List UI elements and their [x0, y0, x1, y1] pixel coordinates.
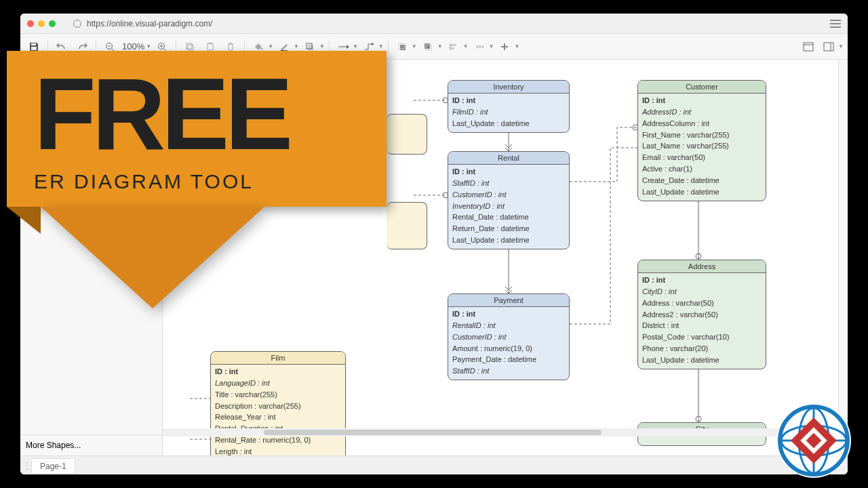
- entity-customer[interactable]: Customer ID : intAddressID : intAddressC…: [637, 80, 766, 201]
- entity-attribute: ID : int: [452, 308, 565, 320]
- svg-rect-16: [400, 45, 406, 50]
- entity-body-customer: ID : intAddressID : intAddressColumn : i…: [638, 94, 766, 201]
- svg-rect-8: [188, 45, 193, 50]
- entity-attribute: Rental_Date : datetime: [452, 211, 565, 223]
- add-button[interactable]: [495, 37, 514, 56]
- to-back-button[interactable]: [418, 37, 437, 56]
- entity-attribute: StaffID : int: [452, 178, 565, 189]
- entity-attribute: Phone : varchar(20): [642, 343, 762, 354]
- entity-body-film: ID : intLanguageID : intTitle : varchar(…: [211, 365, 345, 455]
- to-front-button[interactable]: [393, 37, 412, 56]
- close-window-button[interactable]: [27, 20, 34, 27]
- entity-title: Customer: [638, 81, 766, 94]
- svg-rect-13: [308, 45, 313, 50]
- entity-hidden-1[interactable]: [387, 114, 427, 155]
- svg-rect-18: [425, 43, 430, 49]
- address-bar[interactable]: https://online.visual-paradigm.com/: [73, 19, 826, 28]
- maximize-window-button[interactable]: [49, 20, 56, 27]
- entity-attribute: Create_Date : datetime: [642, 175, 762, 186]
- banner-fold: [7, 207, 41, 234]
- entity-title: Address: [638, 260, 766, 273]
- format-panel-button[interactable]: [799, 37, 818, 56]
- entity-title: Film: [211, 352, 345, 365]
- svg-rect-23: [476, 45, 478, 48]
- entity-attribute: ID : int: [452, 95, 565, 106]
- entity-attribute: RentalID : int: [452, 320, 565, 331]
- entity-attribute: ID : int: [642, 274, 762, 286]
- zoom-level[interactable]: 100%: [121, 41, 146, 52]
- entity-attribute: CustomerID : int: [452, 331, 565, 343]
- entity-attribute: CustomerID : int: [452, 189, 565, 201]
- align-button[interactable]: [444, 37, 463, 56]
- right-rail: [838, 60, 848, 455]
- outline-panel-button[interactable]: [819, 37, 838, 56]
- entity-attribute: Postal_Code : varchar(10): [642, 331, 762, 343]
- entity-body-payment: ID : intRentalID : intCustomerID : intAm…: [448, 307, 569, 380]
- entity-attribute: AddressID : int: [642, 106, 762, 118]
- entity-attribute: Payment_Date : datetime: [452, 354, 565, 365]
- horizontal-scrollbar[interactable]: [163, 428, 838, 436]
- entity-title: Rental: [448, 152, 569, 165]
- entity-attribute: Release_Year : int: [215, 411, 341, 423]
- entity-inventory[interactable]: Inventory ID : intFilmID : intLast_Updat…: [448, 80, 570, 133]
- entity-attribute: Address2 : varchar(50): [642, 309, 762, 321]
- tab-page-1[interactable]: Page-1: [31, 458, 75, 474]
- svg-line-4: [164, 48, 167, 51]
- svg-rect-7: [186, 43, 192, 49]
- entity-attribute: Active : char(1): [642, 163, 762, 175]
- tab-handle-icon[interactable]: ⋮: [23, 461, 28, 470]
- entity-attribute: District : int: [642, 320, 762, 331]
- entity-title: Inventory: [448, 81, 569, 94]
- entity-attribute: CityID : int: [642, 286, 762, 298]
- entity-attribute: Last_Update : datetime: [642, 186, 762, 198]
- page-tabs: ⋮ Page-1: [20, 455, 848, 474]
- entity-address[interactable]: Address ID : intCityID : intAddress : va…: [637, 260, 766, 369]
- entity-attribute: ID : int: [452, 166, 565, 178]
- svg-rect-24: [479, 45, 481, 48]
- svg-point-11: [261, 47, 263, 49]
- banner-title: FREE: [34, 71, 359, 158]
- entity-attribute: InventoryID : int: [452, 201, 565, 212]
- banner-subtitle: ER DIAGRAM TOOL: [34, 170, 359, 193]
- svg-rect-25: [481, 45, 484, 48]
- svg-rect-10: [209, 43, 212, 44]
- entity-attribute: Return_Date : datetime: [452, 223, 565, 235]
- entity-rental[interactable]: Rental ID : intStaffID : intCustomerID :…: [448, 151, 570, 249]
- entity-attribute: Last_Update : datetime: [642, 354, 762, 366]
- entity-attribute: Length : int: [215, 446, 341, 455]
- entity-body-rental: ID : intStaffID : intCustomerID : intInv…: [448, 165, 569, 249]
- entity-attribute: Email : varchar(50): [642, 152, 762, 163]
- minimize-window-button[interactable]: [38, 20, 45, 27]
- entity-payment[interactable]: Payment ID : intRentalID : intCustomerID…: [448, 293, 570, 380]
- entity-title: Payment: [448, 294, 569, 307]
- globe-icon: [73, 20, 81, 28]
- visual-paradigm-logo-icon: [773, 400, 854, 481]
- entity-body-inventory: ID : intFilmID : intLast_Update : dateti…: [448, 94, 569, 132]
- entity-attribute: LanguageID : int: [215, 378, 341, 389]
- banner-tail: [41, 207, 264, 308]
- url-text: https://online.visual-paradigm.com/: [87, 19, 212, 28]
- entity-attribute: Last_Update : datetime: [452, 235, 565, 246]
- promo-banner: FREE ER DIAGRAM TOOL: [7, 51, 387, 207]
- entity-attribute: ID : int: [215, 366, 341, 378]
- svg-point-38: [696, 253, 701, 259]
- entity-attribute: ID : int: [642, 95, 762, 106]
- scrollbar-thumb[interactable]: [264, 430, 601, 435]
- zoom-dropdown-icon[interactable]: ▼: [146, 43, 151, 49]
- more-shapes-button[interactable]: More Shapes...: [20, 434, 162, 455]
- entity-attribute: Amount : numeric(19, 0): [452, 343, 565, 354]
- hamburger-menu-icon[interactable]: [830, 20, 841, 28]
- distribute-button[interactable]: [470, 37, 489, 56]
- entity-film[interactable]: Film ID : intLanguageID : intTitle : var…: [210, 351, 346, 455]
- entity-hidden-2[interactable]: [387, 202, 427, 249]
- svg-rect-28: [804, 43, 813, 51]
- svg-rect-9: [208, 43, 213, 50]
- svg-line-1: [112, 48, 115, 51]
- svg-point-41: [696, 416, 701, 422]
- entity-attribute: Address : varchar(50): [642, 298, 762, 309]
- entity-attribute: First_Name : varchar(255): [642, 129, 762, 141]
- svg-rect-30: [824, 43, 833, 51]
- entity-attribute: FilmID : int: [452, 106, 565, 118]
- entity-attribute: Last_Update : datetime: [452, 118, 565, 129]
- entity-attribute: StaffID : int: [452, 365, 565, 377]
